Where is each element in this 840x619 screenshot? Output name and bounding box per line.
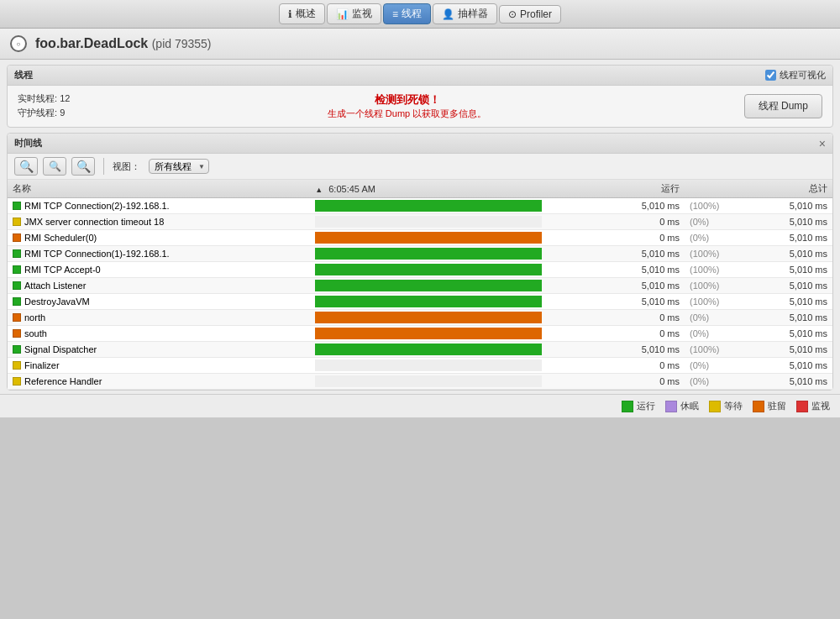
- thread-bar-cell: [310, 198, 547, 214]
- toolbar-btn-monitor[interactable]: 📊监视: [327, 3, 381, 24]
- thread-run-pct: (0%): [685, 326, 750, 342]
- thread-color-indicator: [13, 313, 21, 322]
- thread-run-ms: 5,010 ms: [547, 294, 685, 310]
- sampler-icon: 👤: [442, 8, 454, 20]
- visualize-checkbox-label[interactable]: 线程可视化: [765, 69, 826, 81]
- stats-row: 实时线程: 12 守护线程: 9 检测到死锁！ 生成一个线程 Dump 以获取更…: [8, 86, 832, 127]
- zoom-in-button[interactable]: 🔍: [14, 157, 38, 176]
- thread-total-ms: 5,010 ms: [750, 262, 832, 278]
- thread-run-pct: (0%): [685, 310, 750, 326]
- thread-total-ms: 5,010 ms: [750, 310, 832, 326]
- thread-bar-fill: [315, 344, 542, 355]
- thread-run-ms: 5,010 ms: [547, 278, 685, 294]
- profiler-icon: ⊙: [508, 8, 517, 20]
- thread-run-ms: 0 ms: [547, 326, 685, 342]
- thread-run-pct: (100%): [685, 342, 750, 358]
- thread-name-cell: north: [8, 310, 310, 326]
- thread-color-indicator: [13, 218, 21, 226]
- thread-name-cell: Signal Dispatcher: [8, 342, 310, 358]
- profiler-label: Profiler: [520, 8, 552, 20]
- toolbar-btn-threads[interactable]: ≡线程: [383, 3, 431, 24]
- toolbar-btn-overview[interactable]: ℹ概述: [279, 3, 325, 24]
- thread-name-text: Signal Dispatcher: [24, 344, 97, 354]
- legend-label: 休眠: [680, 400, 699, 412]
- toolbar-btn-profiler[interactable]: ⊙Profiler: [499, 5, 561, 24]
- thread-name-cell: RMI TCP Connection(2)-192.168.1.: [8, 198, 310, 214]
- view-label: 视图：: [113, 160, 140, 173]
- zoom-out-button[interactable]: 🔍: [43, 157, 66, 176]
- table-row[interactable]: JMX server connection timeout 180 ms(0%)…: [8, 214, 832, 230]
- col-header-name: 名称: [8, 180, 310, 198]
- thread-run-ms: 5,010 ms: [547, 246, 685, 262]
- legend-color-box: [709, 401, 721, 412]
- thread-run-ms: 5,010 ms: [547, 262, 685, 278]
- view-select-wrapper: 所有线程: [149, 159, 209, 174]
- thread-run-ms: 5,010 ms: [547, 342, 685, 358]
- thread-color-indicator: [13, 281, 21, 290]
- table-header-row: 名称 ▲ 6:05:45 AM 运行 总计: [8, 180, 832, 198]
- table-row[interactable]: DestroyJavaVM5,010 ms(100%)5,010 ms: [8, 294, 832, 310]
- col-header-run-pct: [685, 180, 750, 198]
- main-content: ○ foo.bar.DeadLock (pid 79355) 线程 线程可视化 …: [0, 29, 840, 417]
- thread-bar-cell: [310, 262, 547, 278]
- table-row[interactable]: Reference Handler0 ms(0%)5,010 ms: [8, 374, 832, 390]
- thread-total-ms: 5,010 ms: [750, 342, 832, 358]
- legend-label: 驻留: [768, 400, 786, 412]
- thread-total-ms: 5,010 ms: [750, 294, 832, 310]
- table-row[interactable]: north0 ms(0%)5,010 ms: [8, 310, 832, 326]
- thread-run-ms: 0 ms: [547, 230, 685, 246]
- thread-name-text: Finalizer: [24, 360, 60, 370]
- thread-run-pct: (0%): [685, 358, 750, 374]
- timeline-toolbar: 🔍 🔍 🔍 视图： 所有线程: [8, 154, 832, 180]
- thread-name-text: Attach Listener: [24, 281, 86, 291]
- visualize-checkbox[interactable]: [765, 70, 776, 81]
- thread-run-pct: (100%): [685, 294, 750, 310]
- stats-left: 实时线程: 12 守护线程: 9: [18, 92, 70, 119]
- col-header-total: 总计: [750, 180, 832, 198]
- zoom-fit-button[interactable]: 🔍: [71, 157, 95, 176]
- thread-dump-button[interactable]: 线程 Dump: [744, 94, 822, 118]
- threads-panel: 线程 线程可视化 实时线程: 12 守护线程: 9 检测到死锁！ 生成一个线程 …: [7, 65, 833, 128]
- thread-color-indicator: [13, 233, 21, 242]
- thread-bar-fill: [315, 200, 542, 212]
- legend-item-监视: 监视: [796, 400, 830, 412]
- sampler-label: 抽样器: [458, 7, 488, 21]
- legend-item-驻留: 驻留: [753, 400, 786, 412]
- thread-run-ms: 0 ms: [547, 310, 685, 326]
- legend-item-等待: 等待: [709, 400, 743, 412]
- zoom-out-icon: 🔍: [49, 160, 61, 172]
- thread-bar-cell: [310, 294, 547, 310]
- table-row[interactable]: Attach Listener5,010 ms(100%)5,010 ms: [8, 278, 832, 294]
- thread-table: 名称 ▲ 6:05:45 AM 运行 总计 RMI TCP Connection…: [8, 180, 832, 390]
- view-select[interactable]: 所有线程: [149, 159, 209, 174]
- overview-icon: ℹ: [288, 8, 292, 20]
- timeline-close-button[interactable]: ×: [819, 138, 826, 150]
- table-row[interactable]: Signal Dispatcher5,010 ms(100%)5,010 ms: [8, 342, 832, 358]
- thread-name-text: RMI TCP Accept-0: [24, 265, 101, 275]
- table-row[interactable]: RMI Scheduler(0)0 ms(0%)5,010 ms: [8, 230, 832, 246]
- thread-run-pct: (100%): [685, 262, 750, 278]
- threads-panel-header: 线程 线程可视化: [8, 66, 832, 86]
- thread-name-cell: Finalizer: [8, 358, 310, 374]
- thread-bar-fill: [315, 248, 542, 260]
- legend-label: 等待: [724, 400, 743, 412]
- toolbar-btn-sampler[interactable]: 👤抽样器: [433, 3, 497, 24]
- thread-total-ms: 5,010 ms: [750, 278, 832, 294]
- table-row[interactable]: RMI TCP Accept-05,010 ms(100%)5,010 ms: [8, 262, 832, 278]
- thread-color-indicator: [13, 377, 21, 386]
- thread-name-text: Reference Handler: [24, 376, 102, 386]
- guard-threads: 守护线程: 9: [18, 107, 70, 119]
- thread-name-cell: south: [8, 326, 310, 342]
- thread-bar-fill: [315, 312, 542, 323]
- thread-color-indicator: [13, 202, 21, 210]
- table-row[interactable]: Finalizer0 ms(0%)5,010 ms: [8, 358, 832, 374]
- toolbar: ℹ概述📊监视≡线程👤抽样器⊙Profiler: [0, 0, 840, 29]
- table-row[interactable]: RMI TCP Connection(2)-192.168.1.5,010 ms…: [8, 198, 832, 214]
- thread-table-body: RMI TCP Connection(2)-192.168.1.5,010 ms…: [8, 198, 832, 390]
- thread-total-ms: 5,010 ms: [750, 326, 832, 342]
- thread-run-pct: (100%): [685, 198, 750, 214]
- thread-color-indicator: [13, 345, 21, 354]
- table-row[interactable]: RMI TCP Connection(1)-192.168.1.5,010 ms…: [8, 246, 832, 262]
- table-row[interactable]: south0 ms(0%)5,010 ms: [8, 326, 832, 342]
- thread-name-cell: JMX server connection timeout 18: [8, 214, 310, 230]
